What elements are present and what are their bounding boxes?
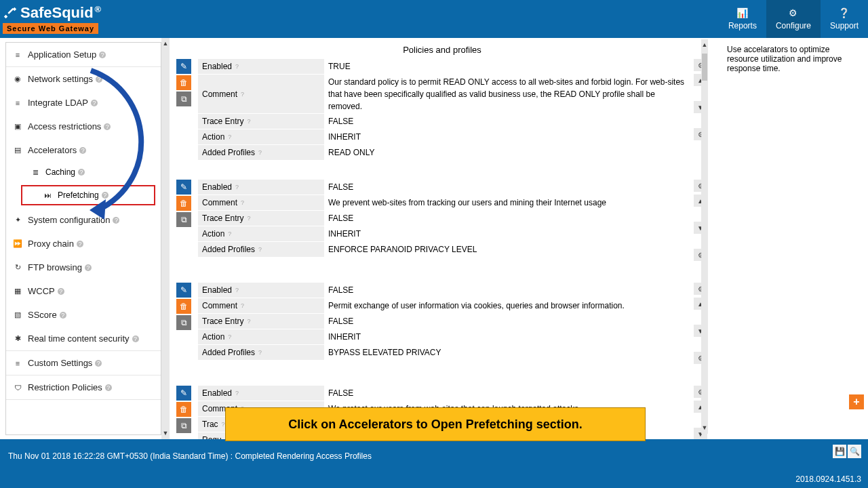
property-label: Enabled? — [198, 180, 324, 195]
property-row: Added Profiles?ENFORCE PARANOID PRIVACY … — [198, 242, 689, 258]
logo: SafeSquid® — [3, 4, 100, 22]
property-label: Added Profiles? — [198, 145, 324, 160]
delete-button[interactable]: 🗑 — [176, 402, 191, 417]
clone-button[interactable]: ⧉ — [176, 315, 191, 330]
property-value: INHERIT — [324, 329, 689, 345]
bug-icon: ✱ — [13, 334, 22, 343]
property-value: Permit exchange of user information via … — [324, 298, 689, 314]
edit-button[interactable]: ✎ — [176, 180, 191, 195]
property-value: Our standard policy is to permit READ ON… — [324, 75, 689, 114]
property-row: Action?INHERIT — [198, 329, 689, 345]
help-text: Use accelarators to optimize resource ut… — [727, 45, 860, 73]
shield-icon: ▣ — [13, 122, 22, 131]
delete-button[interactable]: 🗑 — [176, 75, 191, 90]
property-row: Added Profiles?READ ONLY — [198, 145, 689, 161]
delete-button[interactable]: 🗑 — [176, 196, 191, 211]
property-row: Action?INHERIT — [198, 226, 689, 242]
property-value: FALSE — [324, 114, 689, 129]
speed-icon: ▤ — [13, 146, 22, 155]
property-value: READ ONLY — [324, 145, 689, 161]
property-label: Enabled? — [198, 283, 324, 298]
sidebar-wccp[interactable]: ▦WCCP? — [6, 279, 161, 303]
property-row: Comment?Our standard policy is to permit… — [198, 75, 689, 114]
property-value: ENFORCE PARANOID PRIVACY LEVEL — [324, 242, 689, 258]
property-label: Enabled? — [198, 59, 324, 74]
chain-icon: ⏩ — [13, 239, 22, 248]
property-label: Comment? — [198, 195, 324, 210]
property-row: Enabled?TRUE — [198, 59, 689, 75]
property-row: Comment?We prevent web-sites from tracki… — [198, 195, 689, 211]
nav-configure[interactable]: ⚙ Configure — [766, 0, 821, 38]
logo-tagline: Secure Web Gateway — [3, 23, 98, 34]
nav-reports[interactable]: 📊 Reports — [719, 0, 766, 38]
scroll-down-icon[interactable]: ▼ — [702, 425, 708, 431]
reports-icon: 📊 — [736, 7, 748, 18]
property-value: BYPASS ELEVATED PRIVACY — [324, 345, 689, 361]
version-text: 2018.0924.1451.3 — [795, 474, 861, 484]
sidebar-rtc[interactable]: ✱Real time content security? — [6, 327, 161, 350]
content-scrollbar[interactable]: ▲ ▼ — [701, 39, 708, 434]
delete-button[interactable]: 🗑 — [176, 299, 191, 314]
property-value: FALSE — [324, 211, 689, 226]
help-panel: Use accelarators to optimize resource ut… — [719, 38, 868, 439]
policy-block: ✎🗑⧉Enabled?FALSEComment?Permit exchange … — [170, 283, 715, 386]
scroll-up-icon[interactable]: ▲ — [163, 41, 169, 47]
lock-icon: 🛡 — [13, 384, 22, 392]
logo-icon — [3, 5, 18, 20]
scroll-thumb[interactable] — [702, 54, 707, 81]
sidebar-ftp[interactable]: ↻FTP browsing? — [6, 256, 161, 279]
edit-button[interactable]: ✎ — [176, 283, 191, 298]
property-label: Trace Entry? — [198, 314, 324, 329]
footer: Thu Nov 01 2018 16:22:28 GMT+0530 (India… — [0, 439, 868, 488]
property-label: Added Profiles? — [198, 242, 324, 257]
property-row: Action?INHERIT — [198, 129, 689, 145]
clone-button[interactable]: ⧉ — [176, 92, 191, 106]
search-button[interactable]: 🔍 — [848, 445, 861, 458]
folder-icon: ≡ — [13, 51, 22, 59]
wrench-icon: ✦ — [13, 216, 22, 224]
property-label: Added Profiles? — [198, 345, 324, 360]
configure-icon: ⚙ — [789, 7, 797, 18]
sidebar-custom[interactable]: ≡Custom Settings? — [6, 351, 161, 375]
property-value: FALSE — [324, 386, 689, 401]
ftp-icon: ↻ — [13, 263, 22, 272]
nav-support[interactable]: ❔ Support — [821, 0, 868, 38]
score-icon: ▧ — [13, 310, 22, 319]
property-row: Trace Entry?FALSE — [198, 314, 689, 329]
property-value: TRUE — [324, 59, 689, 75]
support-icon: ❔ — [838, 7, 850, 18]
sidebar-restriction[interactable]: 🛡Restriction Policies? — [6, 375, 161, 399]
policy-block: ✎🗑⧉Enabled?FALSEComment?We prevent web-s… — [170, 180, 715, 283]
scroll-up-icon[interactable]: ▲ — [702, 42, 708, 48]
content: Policies and profiles ✎🗑⧉Enabled?TRUECom… — [170, 38, 719, 439]
property-row: Enabled?FALSE — [198, 386, 689, 401]
scroll-down-icon[interactable]: ▼ — [163, 430, 169, 436]
property-value: FALSE — [324, 283, 689, 298]
edit-button[interactable]: ✎ — [176, 59, 191, 74]
edit-button[interactable]: ✎ — [176, 386, 191, 401]
property-value: INHERIT — [324, 129, 689, 145]
property-label: Trace Entry? — [198, 211, 324, 226]
forward-icon: ⏭ — [43, 191, 52, 199]
save-button[interactable]: 💾 — [833, 445, 846, 458]
property-value: INHERIT — [324, 226, 689, 242]
sidebar-app-setup[interactable]: ≡ Application Setup? — [6, 43, 161, 66]
sidebar-scrollbar[interactable]: ▲ ▼ — [161, 38, 170, 439]
sidebar-proxychain[interactable]: ⏩Proxy chain? — [6, 232, 161, 256]
property-row: Trace Entry?FALSE — [198, 114, 689, 129]
property-row: Added Profiles?BYPASS ELEVATED PRIVACY — [198, 345, 689, 361]
policy-block: ✎🗑⧉Enabled?TRUEComment?Our standard poli… — [170, 59, 715, 180]
add-button[interactable]: + — [849, 394, 864, 409]
annotation-arrow — [85, 65, 160, 221]
property-label: Enabled? — [198, 386, 324, 401]
svg-marker-0 — [90, 199, 106, 220]
sidebar-sscore[interactable]: ▧SScore? — [6, 303, 161, 327]
wccp-icon: ▦ — [13, 287, 22, 296]
property-label: Action? — [198, 129, 324, 144]
globe-icon: ◉ — [13, 75, 22, 83]
property-value: FALSE — [324, 314, 689, 329]
clone-button[interactable]: ⧉ — [176, 212, 191, 227]
topbar: SafeSquid® Secure Web Gateway 📊 Reports … — [0, 0, 868, 38]
property-label: Action? — [198, 329, 324, 344]
clone-button[interactable]: ⧉ — [176, 418, 191, 433]
